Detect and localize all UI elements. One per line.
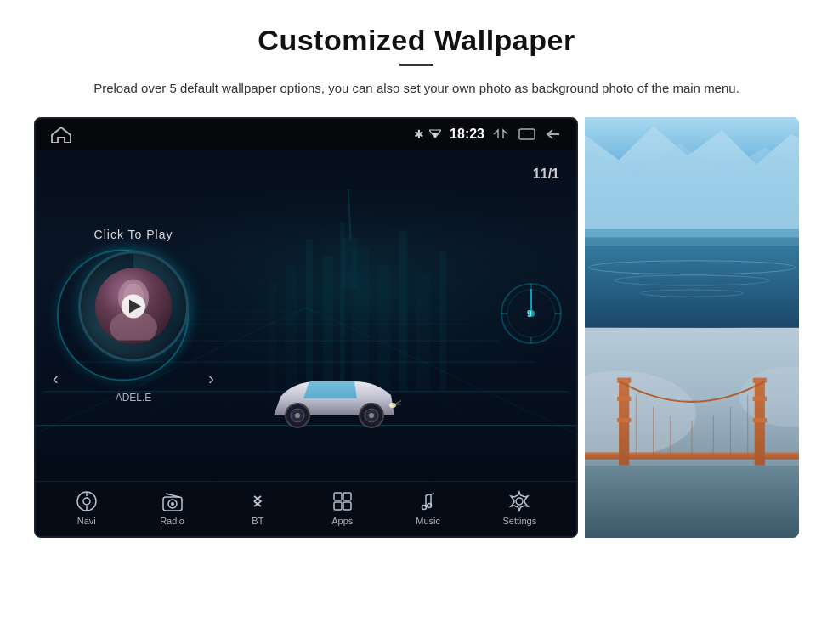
back-icon: [546, 128, 561, 140]
svg-point-59: [171, 502, 174, 506]
wallpaper-thumb-bridge[interactable]: [585, 328, 799, 539]
svg-rect-79: [585, 465, 799, 538]
radio-label: Radio: [160, 516, 184, 526]
radio-icon: [162, 490, 184, 512]
svg-rect-74: [585, 237, 799, 327]
nav-icons: [493, 128, 561, 140]
svg-rect-87: [755, 379, 765, 465]
svg-text:9: 9: [527, 309, 532, 319]
wifi-status-icon: [429, 128, 441, 141]
play-button[interactable]: [122, 295, 145, 319]
title-underline: [400, 64, 434, 66]
car-image-container: [265, 371, 401, 434]
prev-track-button[interactable]: ‹: [53, 369, 59, 388]
navi-label: Navi: [77, 516, 96, 526]
svg-rect-62: [343, 493, 351, 500]
right-images: [585, 117, 799, 538]
vinyl-ring[interactable]: [78, 251, 189, 362]
svg-rect-85: [617, 396, 631, 400]
page-container: Customized Wallpaper Preload over 5 defa…: [0, 0, 833, 644]
svg-rect-61: [334, 493, 342, 500]
next-track-button[interactable]: ›: [208, 369, 214, 388]
play-triangle-icon: [129, 300, 141, 314]
click-to-play-label: Click To Play: [94, 228, 173, 241]
bluetooth-status-icon: ✱: [414, 127, 424, 141]
car-screen: ✱ 18:23: [34, 117, 578, 538]
nav-arrows: ‹ ›: [53, 369, 214, 388]
svg-marker-2: [432, 133, 439, 138]
svg-rect-17: [343, 238, 358, 289]
music-section: Click To Play: [53, 228, 214, 404]
expand-icon: [493, 128, 508, 140]
svg-point-54: [83, 498, 90, 505]
nav-item-bt[interactable]: BT: [246, 490, 269, 526]
svg-rect-89: [753, 396, 767, 400]
nav-item-radio[interactable]: Radio: [160, 490, 184, 526]
right-gauge: 9: [500, 246, 564, 385]
svg-point-40: [369, 413, 374, 418]
home-icon: [51, 126, 71, 143]
music-label: Music: [416, 516, 440, 526]
ice-wallpaper-svg: [585, 117, 799, 328]
page-title: Customized Wallpaper: [258, 24, 575, 57]
bt-label: BT: [252, 516, 264, 526]
display-area: Click To Play: [36, 150, 576, 481]
svg-rect-90: [753, 418, 767, 422]
wallpaper-thumb-ice[interactable]: [585, 117, 799, 328]
svg-point-69: [427, 504, 431, 508]
svg-rect-63: [334, 502, 342, 510]
svg-rect-83: [619, 379, 629, 465]
status-left: [51, 126, 71, 143]
nav-item-music[interactable]: Music: [416, 490, 440, 526]
svg-rect-3: [519, 129, 535, 139]
bridge-wallpaper-svg: [585, 328, 799, 539]
music-icon: [417, 490, 439, 512]
settings-icon: [508, 490, 530, 512]
status-time: 18:23: [450, 127, 484, 142]
album-art: [95, 268, 172, 345]
artist-name: ADEL.E: [116, 392, 152, 404]
svg-rect-64: [343, 502, 351, 510]
svg-point-37: [295, 413, 300, 418]
apps-label: Apps: [332, 516, 353, 526]
svg-line-67: [426, 494, 434, 495]
bt-icon: [246, 490, 269, 512]
bottom-nav: Navi Radio: [36, 481, 576, 536]
settings-label: Settings: [502, 516, 536, 526]
gauge-svg: 9: [500, 246, 564, 381]
svg-marker-0: [52, 127, 71, 143]
svg-point-41: [389, 403, 396, 408]
svg-line-42: [396, 398, 401, 404]
car-silhouette-svg: [265, 371, 401, 431]
svg-rect-86: [617, 418, 631, 422]
status-bar: ✱ 18:23: [36, 119, 576, 150]
nav-item-settings[interactable]: Settings: [502, 490, 536, 526]
status-right: ✱ 18:23: [414, 127, 561, 142]
status-icons: ✱: [414, 127, 441, 141]
nav-item-apps[interactable]: Apps: [332, 490, 354, 526]
page-description: Preload over 5 default wallpaper options…: [94, 78, 740, 99]
navi-icon: [76, 490, 98, 512]
svg-point-70: [516, 498, 523, 505]
window-icon: [518, 128, 536, 140]
date-display: 11/1: [533, 167, 559, 182]
nav-item-navi[interactable]: Navi: [76, 490, 98, 526]
svg-point-68: [422, 506, 426, 510]
main-content: ✱ 18:23: [34, 117, 799, 538]
apps-icon: [332, 490, 354, 512]
